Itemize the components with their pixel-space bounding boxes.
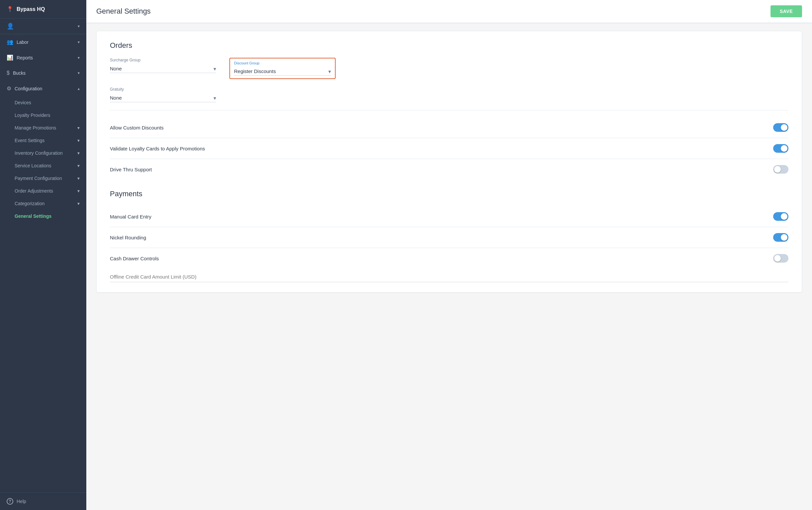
- gratuity-label: Gratuity: [110, 87, 216, 92]
- surcharge-group-select[interactable]: None: [110, 64, 216, 73]
- surcharge-group-field: Surcharge Group None ▾: [110, 58, 216, 79]
- toggle-nickel-rounding: Nickel Rounding: [110, 227, 788, 248]
- offline-credit-input[interactable]: [110, 274, 788, 280]
- sidebar-header: 📍 Bypass HQ: [0, 0, 86, 19]
- settings-card: Orders Surcharge Group None ▾ Discount G…: [96, 31, 802, 292]
- sidebar-item-configuration[interactable]: ⚙ Configuration ▴: [0, 81, 86, 96]
- toggle-slider-drive-thru-support: [773, 165, 788, 174]
- user-menu[interactable]: 👤 ▾: [0, 19, 86, 34]
- toggle-slider-allow-custom-discounts: [773, 123, 788, 132]
- inventory-configuration-chevron-icon: ▾: [77, 150, 80, 156]
- categorization-chevron-icon: ▾: [77, 201, 80, 206]
- sidebar-item-inventory-configuration[interactable]: Inventory Configuration ▾: [0, 147, 86, 159]
- payments-toggles: Manual Card Entry Nickel Rounding: [110, 206, 788, 268]
- toggle-switch-allow-custom-discounts[interactable]: [773, 123, 788, 132]
- sidebar-item-event-settings[interactable]: Event Settings ▾: [0, 134, 86, 147]
- toggle-allow-custom-discounts: Allow Custom Discounts: [110, 117, 788, 138]
- toggle-label-allow-custom-discounts: Allow Custom Discounts: [110, 125, 164, 131]
- gratuity-select-wrapper: None ▾: [110, 94, 216, 102]
- sidebar-item-general-settings[interactable]: General Settings: [0, 210, 86, 223]
- event-settings-label: Event Settings: [14, 138, 45, 143]
- discount-group-field: Discount Group Register Discounts ▾: [229, 58, 336, 79]
- discount-group-select[interactable]: Register Discounts: [234, 67, 331, 76]
- sidebar-item-service-locations[interactable]: Service Locations ▾: [0, 159, 86, 172]
- page-title: General Settings: [96, 7, 151, 16]
- orders-toggles: Allow Custom Discounts Validate Loyalty …: [110, 117, 788, 180]
- service-locations-chevron-icon: ▾: [77, 163, 80, 168]
- toggle-slider-cash-drawer-controls: [773, 254, 788, 263]
- sidebar: 📍 Bypass HQ 👤 ▾ 👥 Labor ▾ 📊 Reports ▾ $ …: [0, 0, 86, 510]
- reports-icon: 📊: [7, 54, 13, 61]
- payments-section: Payments Manual Card Entry Nickel Roundi…: [110, 190, 788, 282]
- service-locations-label: Service Locations: [14, 163, 52, 168]
- sidebar-item-manage-promotions[interactable]: Manage Promotions ▾: [0, 121, 86, 134]
- sidebar-item-order-adjustments[interactable]: Order Adjustments ▾: [0, 185, 86, 197]
- toggle-slider-validate-loyalty-cards: [773, 144, 788, 153]
- user-icon: 👤: [7, 23, 14, 30]
- orders-divider: [110, 110, 788, 111]
- toggle-switch-validate-loyalty-cards[interactable]: [773, 144, 788, 153]
- toggle-knob-drive-thru-support: [774, 166, 781, 173]
- payments-section-title: Payments: [110, 190, 788, 198]
- toggle-label-cash-drawer-controls: Cash Drawer Controls: [110, 256, 159, 261]
- toggle-switch-nickel-rounding[interactable]: [773, 233, 788, 242]
- sidebar-item-reports[interactable]: 📊 Reports ▾: [0, 50, 86, 65]
- logo-icon: 📍: [7, 6, 13, 12]
- help-link[interactable]: ? Help: [0, 492, 86, 510]
- save-button[interactable]: SAVE: [771, 5, 802, 17]
- labor-chevron-icon: ▾: [78, 40, 80, 45]
- app-name: Bypass HQ: [17, 6, 45, 12]
- gratuity-form-row: Gratuity None ▾: [110, 87, 788, 102]
- user-chevron-icon: ▾: [78, 24, 80, 29]
- toggle-validate-loyalty-cards: Validate Loyalty Cards to Apply Promotio…: [110, 138, 788, 159]
- help-label: Help: [17, 499, 26, 504]
- sidebar-item-label-configuration: Configuration: [14, 86, 42, 91]
- toggle-knob-validate-loyalty-cards: [781, 145, 787, 152]
- toggle-label-manual-card-entry: Manual Card Entry: [110, 214, 151, 220]
- sidebar-item-bucks[interactable]: $ Bucks ▾: [0, 65, 86, 81]
- toggle-knob-allow-custom-discounts: [781, 124, 787, 131]
- toggle-cash-drawer-controls: Cash Drawer Controls: [110, 248, 788, 268]
- sidebar-item-loyalty-providers[interactable]: Loyalty Providers: [0, 109, 86, 121]
- bucks-icon: $: [7, 70, 10, 76]
- toggle-slider-manual-card-entry: [773, 212, 788, 221]
- configuration-chevron-icon: ▴: [78, 86, 80, 91]
- toggle-drive-thru-support: Drive Thru Support: [110, 159, 788, 180]
- main-content: General Settings SAVE Orders Surcharge G…: [86, 0, 812, 510]
- manage-promotions-label: Manage Promotions: [14, 125, 56, 131]
- categorization-label: Categorization: [14, 201, 45, 206]
- gratuity-field: Gratuity None ▾: [110, 87, 216, 102]
- sidebar-item-payment-configuration[interactable]: Payment Configuration ▾: [0, 172, 86, 185]
- sidebar-item-devices[interactable]: Devices: [0, 96, 86, 109]
- toggle-switch-manual-card-entry[interactable]: [773, 212, 788, 221]
- payment-configuration-label: Payment Configuration: [14, 176, 62, 181]
- sidebar-item-label-bucks: Bucks: [13, 70, 26, 76]
- toggle-manual-card-entry: Manual Card Entry: [110, 206, 788, 227]
- offline-credit-field: [110, 274, 788, 282]
- sidebar-item-labor[interactable]: 👥 Labor ▾: [0, 34, 86, 50]
- orders-section-title: Orders: [110, 41, 788, 50]
- sidebar-item-categorization[interactable]: Categorization ▾: [0, 197, 86, 210]
- reports-chevron-icon: ▾: [78, 55, 80, 60]
- surcharge-group-label: Surcharge Group: [110, 58, 216, 62]
- surcharge-group-select-wrapper: None ▾: [110, 64, 216, 73]
- toggle-switch-drive-thru-support[interactable]: [773, 165, 788, 174]
- toggle-switch-cash-drawer-controls[interactable]: [773, 254, 788, 263]
- toggle-knob-manual-card-entry: [781, 213, 787, 220]
- toggle-label-drive-thru-support: Drive Thru Support: [110, 167, 152, 172]
- order-adjustments-label: Order Adjustments: [14, 188, 53, 194]
- toggle-slider-nickel-rounding: [773, 233, 788, 242]
- help-circle-icon: ?: [7, 498, 13, 505]
- gratuity-select[interactable]: None: [110, 94, 216, 102]
- toggle-knob-nickel-rounding: [781, 234, 787, 241]
- discount-group-select-wrapper: Register Discounts ▾: [234, 67, 331, 76]
- payment-configuration-chevron-icon: ▾: [77, 176, 80, 181]
- bucks-chevron-icon: ▾: [78, 71, 80, 75]
- configuration-icon: ⚙: [7, 85, 11, 92]
- sidebar-item-label-reports: Reports: [17, 55, 33, 60]
- toggle-label-nickel-rounding: Nickel Rounding: [110, 235, 146, 240]
- manage-promotions-chevron-icon: ▾: [77, 125, 80, 131]
- order-adjustments-chevron-icon: ▾: [77, 188, 80, 194]
- toggle-label-validate-loyalty-cards: Validate Loyalty Cards to Apply Promotio…: [110, 146, 205, 151]
- discount-group-label: Discount Group: [234, 61, 331, 65]
